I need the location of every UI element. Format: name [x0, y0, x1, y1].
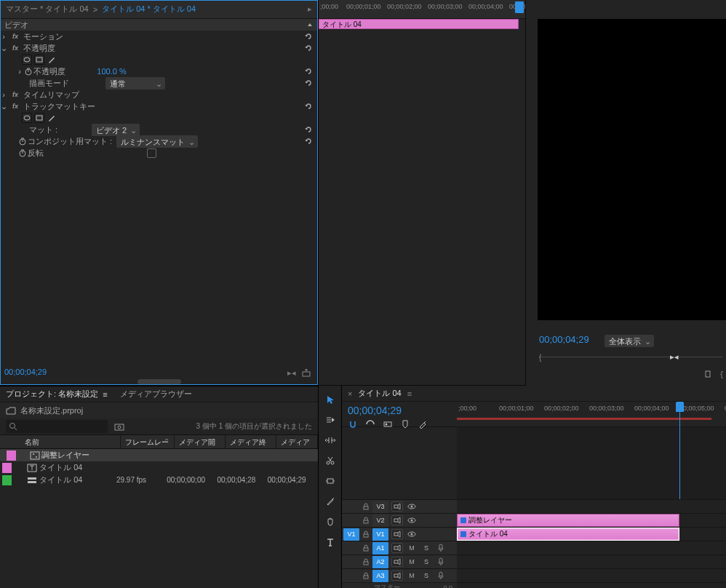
sequence-tab[interactable]: タイトル 04 — [358, 388, 401, 399]
track-target-a2[interactable]: A2 — [372, 556, 388, 568]
collapse-icon[interactable]: ⌄ — [0, 102, 7, 111]
matte-select[interactable]: ビデオ 2 ⌄ — [92, 124, 140, 136]
track-target-a1[interactable]: A1 — [372, 542, 388, 555]
lock-icon[interactable] — [361, 558, 371, 565]
solo-button[interactable]: S — [420, 557, 432, 567]
track-v3-header[interactable]: V3 — [342, 499, 457, 513]
reset-icon[interactable] — [303, 31, 314, 41]
voice-icon[interactable] — [435, 571, 447, 581]
type-tool[interactable] — [322, 534, 339, 550]
project-item[interactable]: 調整レイヤー — [0, 449, 318, 461]
rect-mask-icon[interactable] — [34, 113, 44, 123]
bin-row[interactable]: 名称未設定.prproj — [0, 402, 318, 418]
program-monitor-view[interactable] — [538, 19, 726, 320]
panel-prev-icon[interactable]: ▸ — [308, 4, 312, 14]
effect-timeline-ruler[interactable]: ;00;00 00;00;01;00 00;00;02;00 00;00;03;… — [319, 0, 525, 19]
lock-icon[interactable] — [361, 531, 371, 538]
col-media-dur[interactable]: メディアデュ — [276, 435, 318, 448]
track-target-v3[interactable]: V3 — [372, 501, 388, 513]
panel-menu-icon[interactable]: ≡ — [103, 390, 113, 399]
fx-badge-icon[interactable]: fx — [10, 44, 20, 52]
collapse-icon[interactable]: ⌄ — [0, 44, 7, 53]
ellipse-mask-icon[interactable] — [22, 55, 32, 65]
reverse-checkbox[interactable] — [147, 148, 156, 158]
hand-tool[interactable] — [322, 514, 339, 530]
zoom-select[interactable]: 全体表示 ⌄ — [605, 335, 654, 347]
col-name[interactable]: 名前 — [0, 435, 121, 448]
expand-icon[interactable]: › — [0, 32, 7, 41]
pen-tool[interactable] — [322, 493, 339, 509]
track-source-v1[interactable]: V1 — [343, 528, 359, 541]
reset-icon[interactable] — [303, 124, 314, 135]
brace-icon[interactable]: { — [720, 370, 723, 380]
program-timecode[interactable]: 00;00;04;29 — [539, 334, 589, 345]
mute-button[interactable]: M — [406, 571, 418, 581]
new-bin-icon[interactable] — [113, 421, 125, 432]
project-item[interactable]: タイトル 04 — [0, 461, 318, 474]
slip-tool[interactable] — [322, 473, 339, 489]
voice-icon[interactable] — [435, 557, 447, 567]
expand-icon[interactable]: › — [0, 90, 7, 99]
search-input[interactable] — [6, 420, 108, 433]
lock-icon[interactable] — [361, 572, 371, 579]
master-clip-label[interactable]: マスター * タイトル 04 — [6, 4, 89, 15]
col-media-start[interactable]: メディア開始 — [175, 435, 226, 448]
trackmatte-row[interactable]: ⌄ fx トラックマットキー — [0, 100, 318, 112]
clip-adjustment-layer[interactable]: 調整レイヤー — [457, 514, 679, 527]
mute-button[interactable]: M — [406, 557, 418, 567]
track-a2-header[interactable]: A2 M S — [342, 555, 457, 568]
track-a3-header[interactable]: A3 M S — [342, 568, 457, 582]
track-a1-header[interactable]: A1 M S — [342, 541, 457, 555]
col-media-end[interactable]: メディア終了 — [226, 435, 276, 448]
playhead-icon[interactable] — [515, 1, 524, 13]
composite-select[interactable]: ルミナンスマット ⌄ — [116, 135, 198, 148]
track-target-a3[interactable]: A3 — [372, 570, 388, 582]
fx-badge-icon[interactable]: fx — [10, 102, 20, 111]
reset-icon[interactable] — [303, 66, 314, 76]
timeremap-row[interactable]: › fx タイムリマップ — [0, 89, 318, 100]
panel-menu-icon[interactable]: ≡ — [407, 389, 412, 398]
lock-icon[interactable] — [361, 517, 371, 524]
effect-timeline-clip[interactable]: タイトル 04 — [319, 19, 519, 29]
timeline-timecode[interactable]: 00;00;04;29 — [348, 405, 451, 416]
track-output-icon[interactable] — [391, 571, 403, 581]
mute-button[interactable]: M — [406, 543, 418, 553]
project-tab[interactable]: プロジェクト: 名称未設定 ≡ — [6, 389, 113, 400]
close-icon[interactable]: × — [348, 389, 352, 398]
rect-mask-icon[interactable] — [34, 55, 44, 65]
fx-badge-icon[interactable]: fx — [10, 90, 20, 99]
stopwatch-icon[interactable] — [17, 136, 28, 146]
timeline-ruler[interactable]: ;00;00 00;00;01;00 00;00;02;00 00;00;03;… — [457, 402, 726, 426]
ellipse-mask-icon[interactable] — [22, 113, 32, 123]
track-output-icon[interactable] — [391, 557, 403, 567]
effect-timecode[interactable]: 00;00;04;29 — [4, 368, 47, 376]
track-output-icon[interactable] — [391, 543, 403, 553]
track-target-v1[interactable]: V1 — [372, 528, 388, 541]
clip-title-04[interactable]: タイトル 04 — [457, 528, 679, 541]
track-master-header[interactable]: マスター 0.0 — [342, 582, 457, 588]
opacity-value[interactable]: 100.0 % — [97, 67, 126, 76]
opacity-effect-row[interactable]: ⌄ fx 不透明度 — [0, 42, 318, 54]
expand-icon[interactable]: › — [16, 67, 23, 76]
track-select-tool[interactable] — [322, 412, 339, 428]
col-framerate[interactable]: フレームレート⌃ — [121, 435, 175, 448]
track-content[interactable]: 調整レイヤー タイトル 04 — [457, 499, 726, 588]
monitor-scrubber[interactable]: { ▸◂ — [539, 354, 723, 361]
project-item[interactable]: タイトル 0429.97 fps00;00;00;0000;00;04;2800… — [0, 474, 318, 486]
lock-icon[interactable] — [361, 544, 371, 552]
ripple-edit-tool[interactable] — [322, 432, 339, 448]
voice-icon[interactable] — [435, 543, 447, 553]
track-v2-header[interactable]: V2 — [342, 513, 457, 527]
blend-mode-select[interactable]: 通常 ⌄ — [105, 77, 165, 90]
track-output-icon[interactable] — [391, 501, 403, 512]
go-to-in-icon[interactable]: ▸◂ — [287, 368, 296, 378]
collapse-up-icon[interactable] — [306, 21, 314, 28]
reset-icon[interactable] — [303, 136, 314, 146]
track-output-icon[interactable] — [391, 515, 403, 525]
media-browser-tab[interactable]: メディアブラウザー — [120, 389, 192, 400]
export-icon[interactable] — [302, 368, 312, 378]
track-v1-header[interactable]: V1 V1 — [342, 527, 457, 541]
pen-mask-icon[interactable] — [47, 55, 57, 65]
scroll-handle[interactable] — [137, 379, 181, 384]
marker-icon[interactable] — [703, 370, 713, 380]
